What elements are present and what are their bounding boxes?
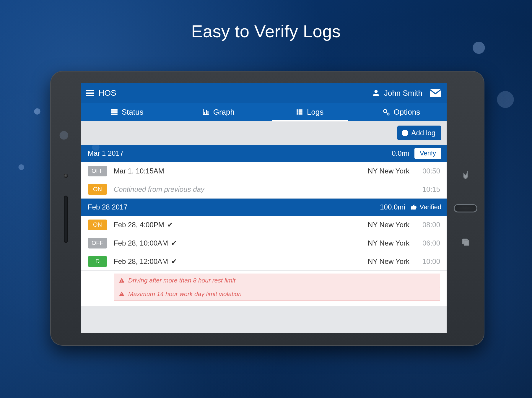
app-title: HOS	[98, 88, 116, 98]
log-time: Mar 1, 10:15AM	[114, 167, 164, 175]
mail-button[interactable]	[430, 89, 441, 97]
log-duration: 10:00	[418, 257, 440, 266]
status-badge-d: D	[88, 256, 107, 267]
tabs: Status Graph Logs Options	[81, 103, 447, 121]
tab-graph[interactable]: Graph	[173, 103, 264, 121]
log-duration: 10:15	[418, 185, 440, 194]
check-icon: ✔	[167, 221, 173, 229]
windows-icon	[461, 238, 470, 246]
log-time: Feb 28, 12:00AM	[114, 257, 168, 266]
tablet-frame: HOS John Smith Status Graph	[50, 71, 484, 346]
log-duration: 00:50	[418, 167, 440, 175]
hero-title: Easy to Verify Logs	[0, 21, 532, 41]
user-name: John Smith	[384, 89, 422, 98]
status-badge-off: OFF	[88, 166, 107, 176]
violations-box: Driving after more than 8 hour rest limi…	[81, 271, 447, 306]
log-location: NY New York	[368, 239, 409, 247]
gears-icon	[382, 108, 390, 116]
log-duration: 08:00	[418, 221, 440, 229]
user-icon	[372, 89, 380, 97]
tablet-bezel-right	[447, 71, 484, 346]
tablet-home-button[interactable]	[454, 204, 477, 212]
toolbar: Add log	[81, 121, 447, 145]
check-icon: ✔	[171, 257, 177, 266]
svg-rect-2	[464, 241, 469, 245]
log-location: NY New York	[368, 167, 409, 175]
tablet-speaker	[64, 196, 68, 243]
log-time: Continued from previous day	[114, 185, 204, 194]
log-row[interactable]: OFF Feb 28, 10:00AM ✔ NY New York 06:00	[81, 234, 447, 252]
menu-icon[interactable]	[86, 90, 94, 96]
violation-item: Maximum 14 hour work day limit violation	[114, 287, 440, 301]
status-badge-off: OFF	[88, 238, 107, 248]
tablet-recents-button[interactable]	[459, 235, 472, 248]
tab-logs-label: Logs	[307, 108, 323, 117]
log-time: Feb 28, 4:00PM	[114, 221, 164, 229]
tab-options[interactable]: Options	[355, 103, 447, 121]
tab-status[interactable]: Status	[81, 103, 173, 121]
log-location: NY New York	[368, 221, 409, 229]
tab-logs[interactable]: Logs	[264, 103, 355, 121]
warning-icon	[119, 277, 125, 283]
log-row[interactable]: ON Feb 28, 4:00PM ✔ NY New York 08:00	[81, 216, 447, 234]
log-group-miles: 100.0mi	[380, 203, 405, 211]
verified-label: Verified	[411, 203, 441, 211]
log-duration: 06:00	[418, 239, 440, 247]
status-badge-on: ON	[88, 184, 107, 195]
log-group-date: Mar 1 2017	[88, 149, 123, 157]
log-row[interactable]: ON Continued from previous day 10:15	[81, 180, 447, 199]
verify-button[interactable]: Verify	[414, 148, 441, 159]
bar-chart-icon	[202, 108, 210, 116]
tab-status-label: Status	[122, 108, 144, 117]
add-log-label: Add log	[411, 129, 435, 137]
log-time: Feb 28, 10:00AM	[114, 239, 168, 247]
log-row[interactable]: OFF Mar 1, 10:15AM NY New York 00:50	[81, 162, 447, 180]
tablet-bezel-left	[50, 71, 81, 346]
tablet-camera	[64, 174, 68, 178]
tab-graph-label: Graph	[213, 108, 235, 117]
log-row[interactable]: D Feb 28, 12:00AM ✔ NY New York 10:00	[81, 252, 447, 271]
status-badge-on: ON	[88, 220, 107, 230]
tablet-back-button[interactable]	[459, 168, 472, 181]
promo-stage: Easy to Verify Logs HOS John Smith	[0, 0, 532, 398]
mail-icon	[430, 89, 441, 97]
log-group-header[interactable]: Feb 28 2017 100.0mi Verified	[81, 199, 447, 216]
user-badge[interactable]: John Smith	[372, 89, 422, 98]
warning-icon	[119, 291, 125, 297]
log-location: NY New York	[368, 257, 409, 266]
check-icon: ✔	[171, 239, 177, 247]
server-icon	[110, 108, 118, 116]
plus-circle-icon	[401, 129, 409, 137]
violation-item: Driving after more than 8 hour rest limi…	[114, 274, 440, 287]
list-icon	[296, 108, 303, 116]
app-header: HOS John Smith	[81, 83, 447, 103]
thumbs-up-icon	[411, 204, 417, 210]
app-screen: HOS John Smith Status Graph	[81, 83, 447, 333]
add-log-button[interactable]: Add log	[397, 126, 441, 140]
log-group-miles: 0.0mi	[392, 149, 409, 157]
log-group-date: Feb 28 2017	[88, 203, 128, 211]
back-arrow-icon	[461, 170, 470, 180]
log-group-header[interactable]: Mar 1 2017 0.0mi Verify	[81, 145, 447, 162]
tab-options-label: Options	[394, 108, 420, 117]
